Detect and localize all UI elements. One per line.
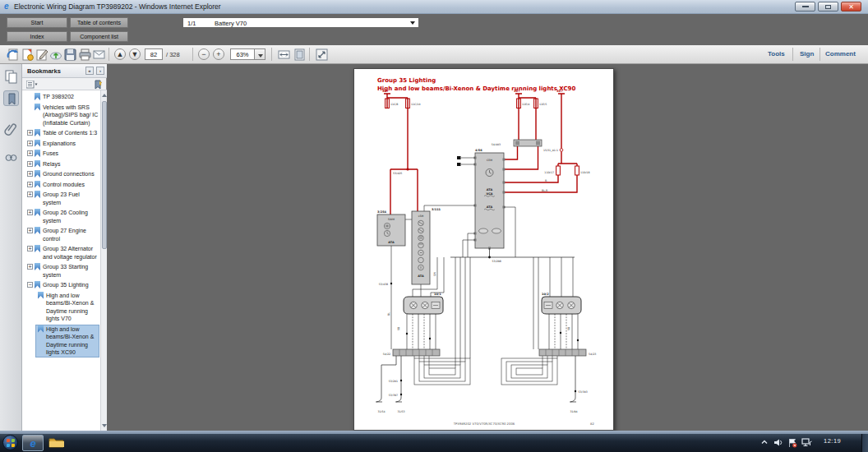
app-header: Start Table of contents Index Component … <box>0 14 868 45</box>
reader-toolbar: ▲ ▼ 82 / 328 − + 63% Tools Sign Comment <box>0 45 868 64</box>
bookmarks-scrollbar[interactable] <box>100 90 107 431</box>
comment-link[interactable]: Comment <box>825 50 856 58</box>
svg-text:53/397: 53/397 <box>389 394 398 397</box>
svg-text:ATA: ATA <box>418 274 424 278</box>
options-menu-icon[interactable] <box>26 81 38 89</box>
svg-text:High and low beams/Bi-Xenon &: High and low beams/Bi-Xenon & Daytime ru… <box>377 85 575 92</box>
svg-text:11D/17: 11D/17 <box>544 171 554 174</box>
fullscreen-icon[interactable] <box>315 48 329 62</box>
pdf-page: Group 35 Lighting High and low beams/Bi-… <box>353 68 614 431</box>
zoom-out-button[interactable]: − <box>198 48 210 60</box>
bookmark-item[interactable]: Vehicles with SRS (Airbag)/SIPS bag/ IC … <box>27 104 99 127</box>
previous-page-button[interactable]: ▲ <box>114 48 126 60</box>
svg-text:53/438: 53/438 <box>379 283 388 286</box>
bookmark-item[interactable]: Group 32 Alternator and voltage regulato… <box>27 245 99 261</box>
tools-link[interactable]: Tools <box>768 50 785 58</box>
zoom-level-input[interactable]: 63% <box>230 48 255 60</box>
expander-plus-icon[interactable] <box>27 246 33 251</box>
expander-plus-icon[interactable] <box>27 171 33 177</box>
wiring-diagram: Group 35 Lighting High and low beams/Bi-… <box>354 69 615 431</box>
svg-text:11C/10: 11C/10 <box>411 103 420 106</box>
taskbar-clock[interactable]: 12:19 <box>824 437 841 445</box>
volume-icon[interactable] <box>773 438 783 447</box>
new-bookmark-icon[interactable] <box>93 80 103 90</box>
bookmarks-panel-header: Bookmarks « › <box>22 64 107 78</box>
bookmark-icon <box>35 150 40 157</box>
close-button[interactable] <box>841 2 861 12</box>
title-bar: e Electronic Wiring Diagram TP3989202 - … <box>0 0 868 14</box>
bookmark-item[interactable]: Ground connections <box>27 170 99 178</box>
tray-expand-icon[interactable] <box>760 438 769 446</box>
expander-plus-icon[interactable] <box>27 150 33 156</box>
collapse-panel-button[interactable]: « <box>85 67 94 75</box>
bookmark-item[interactable]: Fuses <box>27 150 99 158</box>
next-page-button[interactable]: ▼ <box>129 48 141 60</box>
print-icon[interactable] <box>78 48 92 62</box>
table-of-contents-button[interactable]: Table of contents <box>70 17 128 28</box>
panel-menu-button[interactable]: › <box>96 67 104 75</box>
minimize-button[interactable] <box>795 2 815 12</box>
expander-minus-icon[interactable] <box>27 282 33 288</box>
fit-width-icon[interactable] <box>277 48 291 62</box>
action-center-flag-icon[interactable] <box>787 438 797 448</box>
bookmarks-panel-title: Bookmarks <box>27 67 61 75</box>
svg-text:CEM: CEM <box>487 159 492 162</box>
svg-text:11E/5: 11E/5 <box>539 103 547 106</box>
taskbar-ie-button[interactable]: e <box>22 435 44 451</box>
diagram-select-dropdown[interactable]: 1/1 Battery V70 <box>182 17 419 28</box>
page-thumbnails-icon[interactable] <box>3 69 19 85</box>
save-icon[interactable] <box>63 48 77 62</box>
edit-sign-icon[interactable] <box>35 48 49 62</box>
bookmark-item[interactable]: Relays <box>27 160 99 168</box>
start-button[interactable]: Start <box>7 17 67 28</box>
svg-text:54/403: 54/403 <box>492 143 501 146</box>
window-title: Electronic Wiring Diagram TP3989202 - Wi… <box>14 2 221 11</box>
expander-plus-icon[interactable] <box>27 228 33 233</box>
zoom-dropdown-button[interactable] <box>255 48 265 60</box>
taskbar-explorer-button[interactable] <box>48 436 66 450</box>
bookmark-icon <box>35 140 40 147</box>
network-icon[interactable] <box>801 438 812 447</box>
bookmark-item-selected[interactable]: High and low beams/Bi-Xenon & Daytime ru… <box>36 325 99 357</box>
expander-plus-icon[interactable] <box>27 264 33 270</box>
bookmark-icon <box>35 104 40 111</box>
page-number-input[interactable]: 82 <box>145 48 163 60</box>
bookmark-item[interactable]: Group 26 Cooling system <box>27 209 99 224</box>
bookmark-item[interactable]: Group 35 Lighting <box>27 281 99 289</box>
bookmark-item[interactable]: Control modules <box>27 181 99 189</box>
expander-plus-icon[interactable] <box>27 161 33 167</box>
share-cloud-icon[interactable] <box>49 48 63 62</box>
bookmark-icon <box>35 129 40 136</box>
bookmark-item[interactable]: TP 3989202 <box>27 93 99 101</box>
attachments-icon[interactable] <box>3 122 19 137</box>
expander-plus-icon[interactable] <box>27 191 33 197</box>
bookmark-item[interactable]: High and low beams/Bi-Xenon & Daytime ru… <box>36 292 99 323</box>
expander-plus-icon[interactable] <box>27 130 33 136</box>
zoom-in-button[interactable]: + <box>213 48 224 60</box>
document-area[interactable]: Group 35 Lighting High and low beams/Bi-… <box>107 64 868 431</box>
show-desktop-button[interactable] <box>861 434 868 452</box>
search-icon[interactable] <box>3 151 19 167</box>
fit-page-icon[interactable] <box>293 48 307 62</box>
index-button[interactable]: Index <box>7 31 67 42</box>
expander-plus-icon[interactable] <box>27 182 33 187</box>
svg-text:10/1: 10/1 <box>434 293 441 296</box>
bookmark-item[interactable]: Group 27 Engine control <box>27 227 99 242</box>
component-list-button[interactable]: Component list <box>70 31 128 42</box>
start-button[interactable] <box>2 435 18 450</box>
bookmark-item[interactable]: Group 33 Starting system <box>27 263 99 279</box>
ie-favicon-icon: e <box>4 2 9 11</box>
open-file-icon[interactable] <box>6 48 20 62</box>
maximize-button[interactable] <box>818 2 838 12</box>
bookmark-item[interactable]: Group 23 Fuel system <box>27 191 99 206</box>
email-icon[interactable] <box>92 48 106 62</box>
expander-plus-icon[interactable] <box>27 210 33 215</box>
create-pdf-icon[interactable] <box>21 48 35 62</box>
bookmark-item[interactable]: Table of Contents 1:3 <box>27 129 99 137</box>
bookmark-item[interactable]: Explanations <box>27 140 99 148</box>
bookmark-icon <box>35 209 40 216</box>
sign-link[interactable]: Sign <box>800 50 814 58</box>
bookmarks-panel-icon[interactable] <box>3 90 19 106</box>
expander-plus-icon[interactable] <box>27 141 33 146</box>
svg-text:LSM: LSM <box>418 214 424 218</box>
